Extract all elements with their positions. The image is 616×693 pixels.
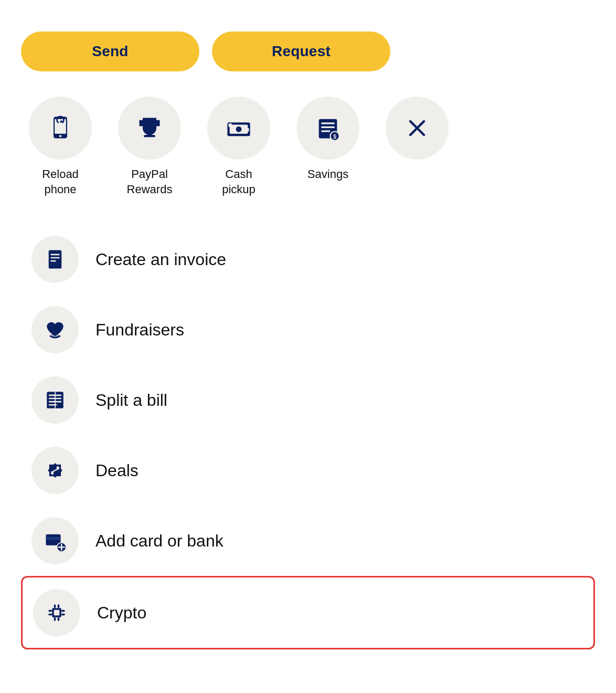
svg-rect-1 — [55, 119, 66, 134]
top-buttons-row: Send Request — [21, 32, 595, 71]
quick-icons-row: Reloadphone PayPalRewards Cashpick — [21, 97, 595, 197]
svg-rect-20 — [50, 254, 60, 256]
paypal-rewards-label: PayPalRewards — [127, 167, 173, 197]
savings-label: Savings — [307, 167, 348, 182]
svg-rect-19 — [49, 250, 62, 269]
fundraisers-label: Fundraisers — [95, 320, 184, 340]
reload-phone-icon — [47, 114, 74, 142]
svg-point-32 — [51, 472, 54, 475]
create-invoice-label: Create an invoice — [95, 250, 226, 269]
add-card-icon — [44, 530, 66, 552]
cash-pickup-icon-circle — [207, 97, 270, 160]
list-item-create-invoice[interactable]: Create an invoice — [21, 224, 595, 295]
svg-rect-13 — [321, 127, 335, 128]
svg-rect-38 — [54, 604, 56, 608]
list-item-split-bill[interactable]: Split a bill — [21, 365, 595, 435]
reload-phone-icon-circle — [29, 97, 92, 160]
add-card-bank-label: Add card or bank — [95, 531, 224, 551]
svg-rect-21 — [50, 257, 60, 259]
svg-rect-43 — [48, 614, 52, 616]
fundraisers-icon — [44, 319, 66, 341]
list-item-fundraisers[interactable]: Fundraisers — [21, 295, 595, 365]
cash-pickup-icon — [225, 114, 252, 142]
reload-phone-label: Reloadphone — [42, 167, 79, 197]
close-icon — [403, 114, 431, 142]
crypto-label: Crypto — [97, 603, 146, 623]
request-button[interactable]: Request — [212, 32, 390, 71]
svg-point-8 — [236, 127, 242, 132]
quick-icon-cash-pickup[interactable]: Cashpickup — [199, 97, 278, 197]
split-bill-label: Split a bill — [95, 391, 167, 410]
svg-point-2 — [59, 135, 61, 137]
svg-rect-41 — [58, 617, 60, 621]
svg-rect-5 — [144, 135, 155, 137]
quick-icon-paypal-rewards[interactable]: PayPalRewards — [110, 97, 189, 197]
deals-label: Deals — [95, 461, 139, 480]
list-item-deals[interactable]: Deals — [21, 435, 595, 506]
svg-point-23 — [50, 334, 61, 339]
svg-rect-14 — [321, 130, 330, 132]
list-item-crypto[interactable]: Crypto — [21, 576, 595, 649]
list-items-container: Create an invoice Fundraisers Split a bi… — [21, 224, 595, 649]
quick-icon-savings[interactable]: $ Savings — [289, 97, 367, 182]
svg-rect-39 — [58, 604, 60, 608]
deals-icon — [44, 459, 66, 481]
list-item-add-card-bank[interactable]: Add card or bank — [21, 506, 595, 576]
svg-rect-47 — [54, 610, 60, 616]
svg-rect-12 — [321, 122, 335, 124]
svg-rect-40 — [54, 617, 56, 621]
deals-icon-circle — [31, 447, 79, 494]
svg-rect-34 — [46, 537, 61, 540]
invoice-icon-circle — [31, 236, 79, 283]
svg-text:$: $ — [333, 133, 336, 140]
close-icon-circle — [386, 97, 449, 160]
cash-pickup-label: Cashpickup — [222, 167, 256, 197]
svg-rect-28 — [49, 404, 57, 406]
svg-rect-9 — [229, 123, 232, 127]
trophy-icon — [136, 114, 163, 142]
svg-rect-4 — [147, 130, 152, 135]
send-button[interactable]: Send — [21, 32, 199, 71]
split-bill-icon-circle — [31, 376, 79, 424]
crypto-icon-circle — [33, 589, 80, 636]
svg-rect-10 — [246, 128, 249, 132]
invoice-icon — [44, 248, 66, 270]
savings-icon-circle: $ — [296, 97, 359, 160]
fundraisers-icon-circle — [31, 306, 79, 353]
svg-rect-22 — [50, 260, 56, 262]
savings-icon: $ — [314, 114, 342, 142]
trophy-icon-circle — [118, 97, 181, 160]
svg-rect-45 — [61, 614, 65, 616]
quick-icon-reload-phone[interactable]: Reloadphone — [21, 97, 100, 197]
crypto-icon — [46, 602, 68, 624]
svg-rect-42 — [48, 610, 52, 612]
quick-icon-close[interactable] — [378, 97, 456, 167]
split-bill-icon — [44, 389, 66, 411]
add-card-icon-circle — [31, 517, 79, 564]
svg-rect-44 — [61, 610, 65, 612]
